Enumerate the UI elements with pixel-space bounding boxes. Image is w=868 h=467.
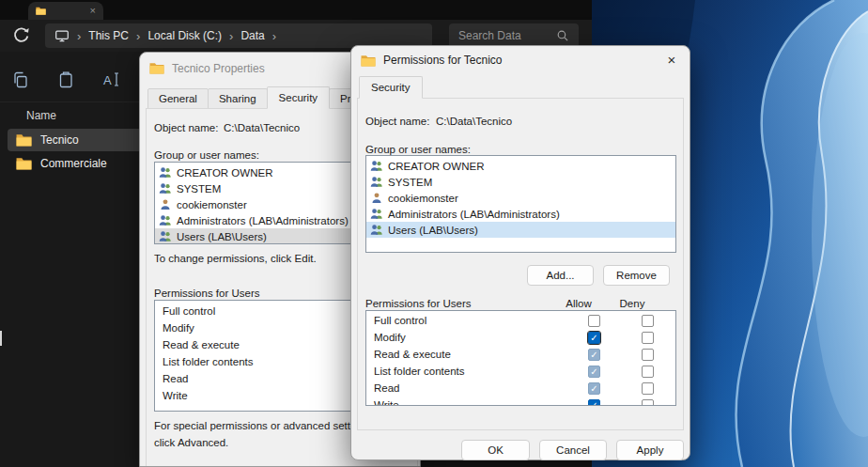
group-icon [370, 160, 383, 173]
group-list-item[interactable]: Administrators (LAB\Administrators) [366, 206, 675, 222]
folder-icon [16, 133, 32, 147]
object-name-label: Object name: [365, 116, 429, 127]
permissions-tab-strip: Security [359, 78, 422, 99]
remove-button[interactable]: Remove [603, 265, 670, 286]
ok-button[interactable]: OK [461, 440, 530, 460]
allow-column-header: Allow [560, 298, 597, 309]
group-icon [370, 224, 383, 237]
scrollbar-thumb[interactable] [0, 331, 2, 346]
deny-checkbox[interactable] [642, 349, 654, 361]
breadcrumb-item-local-disk-c[interactable]: Local Disk (C:) [147, 29, 222, 42]
file-name: Commerciale [40, 157, 107, 170]
permission-name: List folder contents [374, 366, 465, 377]
group-icon [159, 230, 172, 243]
tab-general[interactable]: General [147, 88, 209, 109]
chevron-icon: › [272, 30, 276, 42]
file-name: Tecnico [40, 133, 79, 147]
allow-checkbox[interactable] [588, 399, 600, 406]
chevron-icon: › [229, 30, 233, 42]
paste-icon [56, 70, 75, 89]
folder-icon [361, 54, 376, 67]
tab-security[interactable]: Security [359, 76, 423, 99]
permission-row: List folder contents [366, 364, 675, 381]
permission-name: Read & execute [374, 349, 451, 360]
allow-checkbox[interactable] [588, 349, 600, 361]
group-icon [159, 166, 172, 179]
refresh-button[interactable] [11, 26, 30, 45]
user-icon [159, 198, 172, 211]
cancel-button[interactable]: Cancel [539, 440, 607, 460]
group-list-label: Group or user names: [154, 149, 259, 161]
permissions-label: Permissions for Users [154, 288, 259, 299]
deny-checkbox[interactable] [642, 366, 654, 378]
deny-checkbox[interactable] [642, 399, 654, 406]
permission-name: Read [374, 382, 400, 394]
group-list-item[interactable]: SYSTEM [366, 174, 675, 190]
group-icon [370, 176, 383, 189]
add-button[interactable]: Add... [527, 265, 594, 286]
group-list-item[interactable]: Users (LAB\Users) [366, 222, 675, 238]
apply-button[interactable]: Apply [616, 440, 684, 460]
group-list-item[interactable]: CREATOR OWNER [366, 158, 675, 174]
object-name-value: C:\Data\Tecnico [436, 116, 512, 127]
user-icon [370, 192, 383, 205]
svg-text:A: A [103, 73, 112, 87]
permission-row: Read & execute [366, 347, 675, 364]
permissions-dialog: Permissions for Tecnico × Security Objec… [350, 45, 690, 460]
search-icon [556, 29, 569, 42]
deny-checkbox[interactable] [642, 315, 654, 327]
this-pc-icon [54, 28, 70, 43]
tab-security[interactable]: Security [267, 86, 331, 109]
deny-column-header: Deny [613, 298, 651, 309]
tab-close-icon[interactable]: × [90, 6, 96, 16]
object-name-label: Object name: [154, 122, 218, 133]
allow-checkbox[interactable] [588, 315, 600, 327]
chevron-icon: › [77, 30, 81, 42]
refresh-icon [11, 26, 30, 45]
deny-checkbox[interactable] [642, 332, 654, 344]
permissions-label: Permissions for Users [365, 298, 471, 309]
group-list-item[interactable]: cookiemonster [366, 190, 675, 206]
permission-name: Full control [374, 315, 426, 326]
folder-icon [149, 62, 164, 74]
object-name-value: C:\Data\Tecnico [224, 122, 300, 133]
permission-row: Read [366, 381, 675, 397]
group-list-label: Group or user names: [365, 144, 471, 155]
permission-row: Write [366, 397, 675, 406]
group-list: CREATOR OWNER SYSTEM cookiemonster Admin… [365, 155, 676, 253]
chevron-icon: › [136, 30, 140, 42]
copy-icon [11, 70, 30, 89]
rename-icon: A [101, 70, 120, 89]
allow-checkbox[interactable] [588, 332, 600, 344]
advanced-hint: For special permissions or advanced sett… [154, 418, 378, 452]
breadcrumb-item-this-pc[interactable]: This PC [88, 29, 129, 42]
rename-button[interactable]: A [100, 69, 122, 91]
permission-name: Write [374, 399, 399, 406]
search-input[interactable] [458, 29, 550, 42]
allow-checkbox[interactable] [588, 366, 600, 378]
tab-sharing[interactable]: Sharing [208, 88, 268, 109]
allow-checkbox[interactable] [588, 382, 600, 395]
permissions-list: Full control Modify Read & execute List … [365, 310, 676, 406]
group-icon [370, 208, 383, 221]
permission-name: Modify [374, 332, 406, 343]
permission-row: Modify [366, 330, 675, 347]
permission-row: Full control [366, 313, 675, 330]
explorer-tab[interactable]: × [28, 2, 103, 20]
deny-checkbox[interactable] [642, 382, 654, 395]
group-icon [159, 182, 172, 195]
group-icon [159, 214, 172, 227]
dialog-titlebar[interactable]: Permissions for Tecnico [351, 46, 690, 74]
files-column-header[interactable]: Name [26, 109, 56, 122]
dialog-title: Permissions for Tecnico [383, 54, 503, 67]
edit-hint: To change permissions, click Edit. [154, 253, 317, 264]
explorer-tab-bar: × [0, 0, 592, 20]
copy-button[interactable] [9, 69, 32, 91]
tab-folder-icon [36, 7, 46, 15]
close-button[interactable]: × [661, 52, 682, 69]
breadcrumb-item-data[interactable]: Data [240, 29, 264, 42]
paste-button[interactable] [54, 69, 77, 91]
folder-icon [16, 157, 32, 170]
screen: × › This PC › Local Disk (C:) › D [0, 0, 868, 467]
dialog-title: Tecnico Properties [172, 62, 265, 75]
